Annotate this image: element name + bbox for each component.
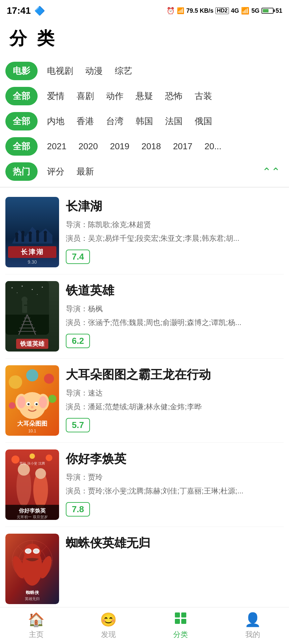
signal-icon: 📶 <box>177 7 184 14</box>
type-filter-row: 电影 电视剧 动漫 综艺 <box>5 58 284 84</box>
category-icon <box>174 612 187 628</box>
filter-item-variety[interactable]: 综艺 <box>109 62 138 80</box>
home-icon: 🏠 <box>28 612 45 628</box>
filter-item-action[interactable]: 动作 <box>100 87 130 105</box>
bottom-nav: 🏠 主页 😊 发现 分类 👤 我的 <box>0 607 289 644</box>
svg-text:英雄无归: 英雄无归 <box>25 597 40 601</box>
network-5g: 5G <box>251 7 259 14</box>
filter-item-2016[interactable]: 20... <box>198 138 228 155</box>
nav-label-category: 分类 <box>173 630 188 640</box>
svg-point-55 <box>35 468 46 479</box>
movie-poster[interactable]: 你好李焕英 元宵初一 双旦贺岁 贾玲 张小斐 沈腾 <box>5 449 59 520</box>
page-title: 分 类 <box>0 20 289 58</box>
svg-point-28 <box>17 292 17 293</box>
movie-poster[interactable]: 蜘蛛侠 英雄无归 <box>5 534 59 604</box>
filter-item-comedy[interactable]: 喜剧 <box>70 87 100 105</box>
speed-text: 79.5 KB/s <box>186 7 213 14</box>
movie-poster[interactable]: 大耳朵图图 10.1 <box>5 365 59 436</box>
collapse-icon[interactable]: ⌃⌃ <box>262 165 280 178</box>
filter-item-france[interactable]: 法国 <box>159 112 189 130</box>
genre-active-chip[interactable]: 全部 <box>5 87 38 105</box>
filter-item-mainland[interactable]: 内地 <box>41 112 70 130</box>
type-active-chip[interactable]: 电影 <box>5 62 38 80</box>
year-filter-row: 全部 2021 2020 2019 2018 2017 20... <box>5 134 284 159</box>
divider <box>0 187 289 187</box>
filter-item-newest[interactable]: 最新 <box>70 162 100 181</box>
nav-label-home: 主页 <box>29 630 44 640</box>
svg-rect-79 <box>175 612 180 618</box>
filter-item-korea[interactable]: 韩国 <box>130 112 159 130</box>
filter-item-2019[interactable]: 2019 <box>104 138 136 155</box>
sort-active-chip[interactable]: 热门 <box>5 162 38 181</box>
svg-rect-81 <box>175 619 180 624</box>
filter-item-costume[interactable]: 古装 <box>189 87 218 105</box>
network-4g: 4G <box>231 7 239 14</box>
movie-title: 你好李焕英 <box>66 451 284 467</box>
svg-point-44 <box>36 403 38 405</box>
svg-point-5 <box>21 231 25 234</box>
movie-item[interactable]: 长津湖 9.30 长津湖 导演：陈凯歌;徐克;林超贤 演员：吴京;易烊千玺;段奕… <box>5 190 284 274</box>
movie-item[interactable]: 铁道英雄 铁道英雄 导演：杨枫 演员：张涵予;范伟;魏晨;周也;俞灏明;森博之;… <box>5 274 284 359</box>
svg-point-33 <box>26 369 38 381</box>
nav-item-profile[interactable]: 👤 我的 <box>217 612 289 640</box>
status-time: 17:41 <box>7 5 31 16</box>
movie-cast: 演员：张涵予;范伟;魏晨;周也;俞灏明;森博之;谭凯;杨... <box>66 317 284 328</box>
movie-title: 长津湖 <box>66 198 284 215</box>
svg-point-35 <box>9 402 15 409</box>
discover-icon: 😊 <box>100 612 117 628</box>
filter-item-2018[interactable]: 2018 <box>136 138 167 155</box>
filter-item-horror[interactable]: 恐怖 <box>159 87 189 105</box>
svg-rect-80 <box>181 612 186 618</box>
movie-info: 长津湖 导演：陈凯歌;徐克;林超贤 演员：吴京;易烊千玺;段奕宏;朱亚文;李晨;… <box>66 197 284 264</box>
app-icon: 🔷 <box>34 6 45 16</box>
wifi-icon: 📶 <box>241 7 249 15</box>
svg-point-9 <box>36 230 39 233</box>
movie-info: 蜘蛛侠英雄无归 <box>66 534 284 555</box>
movie-item[interactable]: 大耳朵图图 10.1 大耳朵图图之霸王龙在行动 导演：速达 演员：潘延;范楚绒;… <box>5 359 284 443</box>
movie-item[interactable]: 蜘蛛侠 英雄无归 蜘蛛侠英雄无归 <box>5 527 284 611</box>
movie-item[interactable]: 你好李焕英 元宵初一 双旦贺岁 贾玲 张小斐 沈腾 你好李焕英 导演：贾玲 演员… <box>5 443 284 527</box>
region-active-chip[interactable]: 全部 <box>5 112 38 130</box>
svg-point-31 <box>9 375 22 389</box>
filter-item-anime[interactable]: 动漫 <box>79 62 109 80</box>
nav-item-category[interactable]: 分类 <box>145 612 217 640</box>
movie-info: 你好李焕英 导演：贾玲 演员：贾玲;张小斐;沈腾;陈赫;刘佳;丁嘉丽;王琳;杜源… <box>66 449 284 517</box>
movie-cast: 演员：贾玲;张小斐;沈腾;陈赫;刘佳;丁嘉丽;王琳;杜源;... <box>66 485 284 497</box>
nav-item-home[interactable]: 🏠 主页 <box>0 612 72 640</box>
svg-rect-8 <box>36 233 39 242</box>
svg-rect-21 <box>22 301 27 313</box>
rating-badge: 7.4 <box>66 250 90 264</box>
movie-poster[interactable]: 长津湖 9.30 <box>5 197 59 267</box>
svg-point-50 <box>46 454 52 461</box>
filter-item-russia[interactable]: 俄国 <box>189 112 218 130</box>
filter-item-2020[interactable]: 2020 <box>73 138 104 155</box>
filter-item-2021[interactable]: 2021 <box>41 138 73 155</box>
filter-item-romance[interactable]: 爱情 <box>41 87 70 105</box>
svg-rect-4 <box>21 233 24 242</box>
filter-item-taiwan[interactable]: 台湾 <box>100 112 130 130</box>
svg-point-22 <box>21 297 28 303</box>
svg-point-49 <box>11 455 19 464</box>
filter-item-rating[interactable]: 评分 <box>41 162 70 181</box>
rating-badge: 7.8 <box>66 502 90 517</box>
movie-list: 长津湖 9.30 长津湖 导演：陈凯歌;徐克;林超贤 演员：吴京;易烊千玺;段奕… <box>0 190 289 611</box>
filter-item-2017[interactable]: 2017 <box>167 138 198 155</box>
svg-rect-6 <box>29 234 32 242</box>
movie-title: 大耳朵图图之霸王龙在行动 <box>66 367 284 383</box>
movie-title: 铁道英雄 <box>66 282 284 299</box>
svg-text:蜘蛛侠: 蜘蛛侠 <box>26 590 39 595</box>
rating-badge: 6.2 <box>66 334 90 348</box>
filter-item-tvshow[interactable]: 电视剧 <box>41 62 79 80</box>
filter-item-hk[interactable]: 香港 <box>70 112 100 130</box>
nav-item-discover[interactable]: 😊 发现 <box>72 612 144 640</box>
movie-cast: 演员：潘延;范楚绒;胡谦;林永健;金炜;李晔 <box>66 401 284 413</box>
movie-poster[interactable]: 铁道英雄 <box>5 281 59 352</box>
svg-point-26 <box>32 289 33 290</box>
svg-point-45 <box>31 406 34 409</box>
year-active-chip[interactable]: 全部 <box>5 137 38 156</box>
nav-label-profile: 我的 <box>245 630 260 640</box>
movie-director: 导演：杨枫 <box>66 303 284 315</box>
filter-item-mystery[interactable]: 悬疑 <box>130 87 159 105</box>
hd-badge: HD2 <box>215 7 229 14</box>
status-bar: 17:41 🔷 ⏰ 📶 79.5 KB/s HD2 4G 📶 5G 51 <box>0 0 289 20</box>
